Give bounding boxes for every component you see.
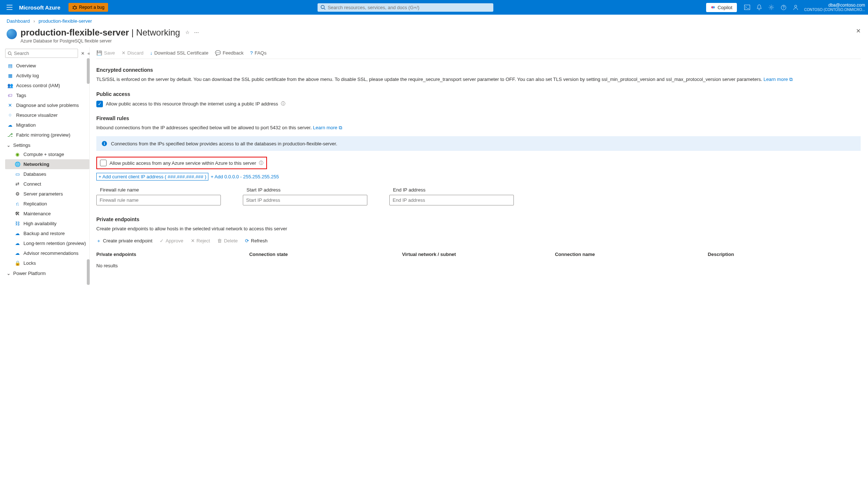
faqs-button[interactable]: ?FAQs — [250, 50, 267, 56]
info-icon[interactable]: ⓘ — [259, 160, 263, 166]
compute-icon: ◉ — [15, 152, 20, 157]
sidebar-item-tags[interactable]: 🏷Tags — [5, 90, 89, 100]
azure-topbar: Microsoft Azure Report a bug Copilot ? d… — [0, 0, 868, 15]
sidebar-item-iam[interactable]: 👥Access control (IAM) — [5, 81, 89, 90]
account-control[interactable]: dba@contoso.com CONTOSO (CONTOSO.ONMICRO… — [804, 3, 865, 12]
overview-icon: ▤ — [7, 63, 13, 68]
add-client-ip-link[interactable]: + Add current client IP address ( ###.##… — [96, 173, 208, 181]
reject-button[interactable]: ✕Reject — [191, 238, 210, 244]
close-icon[interactable]: ✕ — [81, 51, 85, 56]
lock-icon: 🔒 — [15, 260, 20, 266]
sidebar-item-overview[interactable]: ▤Overview — [5, 61, 89, 71]
sidebar-item-networking[interactable]: 🌐Networking — [5, 159, 89, 169]
global-search-input[interactable] — [328, 5, 490, 10]
sidebar-item-ltr[interactable]: ☁Long-term retention (preview) — [5, 238, 89, 248]
public-access-checkbox[interactable]: ✓ — [96, 101, 103, 107]
sidebar-item-migration[interactable]: ☁Migration — [5, 120, 89, 130]
brand-label[interactable]: Microsoft Azure — [19, 4, 60, 11]
sidebar-item-fabric[interactable]: ⎇Fabric mirroring (preview) — [5, 130, 89, 140]
feedback-button[interactable]: 💬Feedback — [215, 50, 244, 56]
help-icon: ? — [250, 50, 253, 56]
discard-button[interactable]: ✕Discard — [122, 50, 144, 56]
svg-point-5 — [770, 7, 772, 8]
download-ssl-button[interactable]: ↓Download SSL Certificate — [150, 50, 208, 56]
private-endpoints-table: Private endpoints Connection state Virtu… — [96, 249, 861, 272]
feedback-person-icon[interactable] — [793, 4, 798, 10]
report-bug-button[interactable]: Report a bug — [68, 3, 108, 12]
scrollbar-thumb-bottom[interactable] — [87, 259, 90, 285]
sidebar-item-server-params[interactable]: ⚙Server parameters — [5, 189, 89, 199]
retention-icon: ☁ — [15, 241, 20, 246]
pe-command-bar: ＋Create private endpoint ✓Approve ✕Rejec… — [96, 238, 861, 244]
collapse-chevrons-icon[interactable]: « — [88, 51, 90, 56]
replication-icon: ⎌ — [15, 201, 20, 207]
start-ip-input[interactable] — [243, 195, 367, 205]
refresh-icon: ⟳ — [245, 238, 249, 244]
sidebar-group-settings[interactable]: ⌄ Settings — [5, 140, 89, 149]
chevron-down-icon: ⌄ — [7, 271, 11, 276]
copilot-label: Copilot — [717, 5, 732, 10]
pe-col-state: Connection state — [249, 252, 402, 257]
sidebar-item-backup-restore[interactable]: ☁Backup and restore — [5, 228, 89, 238]
blade-name: Networking — [136, 27, 180, 37]
notifications-icon[interactable] — [757, 4, 762, 10]
pe-col-description: Description — [708, 252, 861, 257]
approve-button[interactable]: ✓Approve — [160, 238, 183, 244]
help-icon[interactable]: ? — [781, 5, 786, 10]
cloud-shell-icon[interactable] — [744, 5, 750, 10]
pe-col-endpoints: Private endpoints — [96, 252, 249, 257]
copilot-button[interactable]: Copilot — [706, 3, 737, 12]
firewall-description: Inbound connections from the IP addresse… — [96, 124, 861, 131]
people-icon: 👥 — [7, 83, 13, 88]
learn-more-link[interactable]: Learn more ⧉ — [764, 77, 793, 82]
sidebar-item-high-availability[interactable]: ⛓High availability — [5, 219, 89, 228]
breadcrumb-dashboard[interactable]: Dashboard — [7, 18, 30, 24]
azure-services-checkbox[interactable] — [100, 160, 107, 166]
graph-icon: ⁘ — [7, 112, 13, 118]
create-endpoint-button[interactable]: ＋Create private endpoint — [96, 238, 152, 244]
breadcrumb: Dashboard › production-flexible-server — [0, 15, 868, 25]
info-icon[interactable]: ⓘ — [281, 101, 285, 107]
sidebar-search[interactable] — [5, 49, 78, 58]
more-ellipsis-icon[interactable]: ⋯ — [194, 30, 199, 35]
page-header: production-flexible-server | Networking … — [0, 25, 868, 47]
add-full-range-link[interactable]: + Add 0.0.0.0 - 255.255.255.255 — [211, 174, 279, 179]
diagnose-icon: ✕ — [7, 103, 13, 108]
sidebar-group-power-platform[interactable]: ⌄ Power Platform — [5, 268, 89, 278]
sidebar-item-maintenance[interactable]: 🛠Maintenance — [5, 209, 89, 219]
svg-point-0 — [73, 6, 76, 9]
azure-services-label: Allow public access from any Azure servi… — [110, 160, 256, 166]
firewall-rule-name-input[interactable] — [96, 195, 221, 205]
sidebar-item-diagnose[interactable]: ✕Diagnose and solve problems — [5, 100, 89, 110]
delete-button[interactable]: 🗑Delete — [217, 238, 238, 244]
sidebar-item-advisor[interactable]: ☁Advisor recommendations — [5, 248, 89, 258]
search-icon — [8, 51, 12, 56]
sidebar-item-compute-storage[interactable]: ◉Compute + storage — [5, 149, 89, 159]
sidebar-item-locks[interactable]: 🔒Locks — [5, 258, 89, 268]
sidebar-item-replication[interactable]: ⎌Replication — [5, 199, 89, 209]
fabric-icon: ⎇ — [7, 132, 13, 138]
pe-col-connection: Connection name — [555, 252, 708, 257]
settings-gear-icon[interactable] — [768, 4, 774, 10]
connect-icon: ⇄ — [15, 181, 20, 187]
col-start-ip-label: Start IP address — [243, 187, 367, 193]
pin-star-icon[interactable]: ☆ — [185, 30, 190, 35]
end-ip-input[interactable] — [389, 195, 514, 205]
refresh-button[interactable]: ⟳Refresh — [245, 238, 268, 244]
azure-services-checkbox-highlight: Allow public access from any Azure servi… — [96, 157, 267, 169]
global-search[interactable] — [318, 3, 493, 12]
sidebar-search-input[interactable] — [14, 51, 75, 56]
trash-icon: 🗑 — [217, 238, 222, 244]
save-button[interactable]: 💾Save — [96, 50, 115, 56]
close-blade-icon[interactable]: ✕ — [856, 27, 861, 34]
account-email: dba@contoso.com — [804, 3, 865, 8]
scrollbar-thumb[interactable] — [87, 58, 90, 84]
sidebar-item-connect[interactable]: ⇄Connect — [5, 179, 89, 189]
resource-sidebar: ✕ « ▤Overview ▦Activity log 👥Access cont… — [0, 47, 89, 285]
sidebar-item-resource-viz[interactable]: ⁘Resource visualizer — [5, 110, 89, 120]
learn-more-link[interactable]: Learn more ⧉ — [313, 125, 342, 130]
hamburger-icon[interactable] — [3, 3, 16, 12]
breadcrumb-resource[interactable]: production-flexible-server — [38, 18, 92, 24]
sidebar-item-databases[interactable]: ▭Databases — [5, 169, 89, 179]
sidebar-item-activity-log[interactable]: ▦Activity log — [5, 71, 89, 81]
